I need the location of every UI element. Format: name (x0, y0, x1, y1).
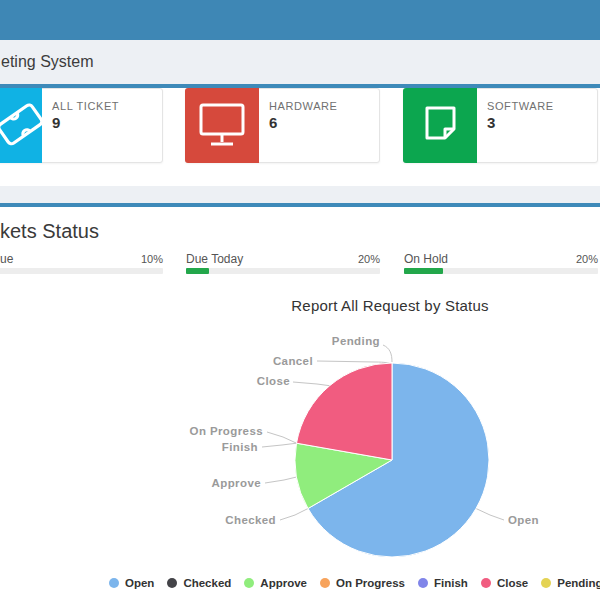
pie-label-cancel: Cancel (273, 355, 313, 367)
legend-bullet (418, 578, 428, 588)
legend-bullet (481, 578, 491, 588)
pie-slice-close[interactable] (297, 363, 393, 460)
legend-label: Pending (557, 577, 600, 589)
pie-label-finish: Finish (222, 441, 258, 453)
legend-label: Open (125, 577, 154, 589)
legend-bullet (541, 578, 551, 588)
legend-label: Approve (260, 577, 307, 589)
pie-label-close: Close (257, 375, 290, 387)
legend-bullet (109, 578, 119, 588)
legend-item-checked[interactable]: Checked (167, 577, 231, 589)
legend-bullet (244, 578, 254, 588)
legend-label: Finish (434, 577, 468, 589)
pie-label-pending: Pending (332, 335, 380, 347)
legend-item-on-progress[interactable]: On Progress (320, 577, 405, 589)
pie-label-checked: Checked (225, 514, 276, 526)
pie-chart (0, 0, 600, 600)
legend-label: Checked (183, 577, 231, 589)
pie-label-on-progress: On Progress (190, 425, 263, 437)
legend-item-pending[interactable]: Pending (541, 577, 600, 589)
legend-bullet (167, 578, 177, 588)
legend-label: On Progress (336, 577, 405, 589)
legend-item-finish[interactable]: Finish (418, 577, 468, 589)
legend-bullet (320, 578, 330, 588)
pie-label-open: Open (508, 514, 539, 526)
legend-label: Close (497, 577, 528, 589)
pie-label-approve: Approve (212, 477, 261, 489)
legend-item-open[interactable]: Open (109, 577, 154, 589)
legend-item-close[interactable]: Close (481, 577, 528, 589)
legend-item-approve[interactable]: Approve (244, 577, 307, 589)
chart-legend: Open Checked Approve On Progress Finish … (109, 577, 600, 589)
